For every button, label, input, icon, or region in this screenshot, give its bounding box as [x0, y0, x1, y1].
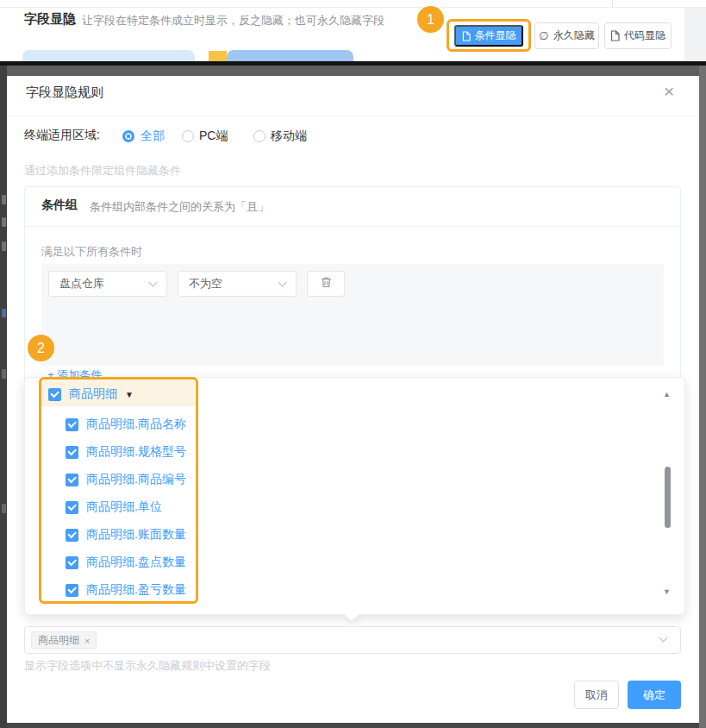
annotation-step-1: 1 — [417, 6, 444, 33]
condition-group-title: 条件组 — [41, 198, 78, 213]
condition-group-divider — [25, 226, 680, 227]
screen: 字段显隐 让字段在特定条件成立时显示，反之隐藏；也可永久隐藏字段 ∅ 永久隐藏 … — [0, 0, 706, 728]
mask-band-top — [0, 66, 706, 76]
permanent-hide-button[interactable]: ∅ 永久隐藏 — [534, 22, 599, 49]
top-divider — [612, 0, 613, 7]
mask-strip-left — [0, 66, 7, 728]
selected-field-tag[interactable]: 商品明细 × — [31, 631, 97, 650]
page-title: 字段显隐 — [24, 11, 76, 28]
document-icon — [610, 30, 620, 41]
chevron-down-icon — [149, 278, 158, 286]
cancel-button[interactable]: 取消 — [574, 681, 619, 709]
modal-title: 字段显隐规则 — [26, 85, 103, 101]
radio-mobile[interactable] — [253, 130, 266, 142]
condition-group-subtitle: 条件组内部条件之间的关系为「且」 — [90, 199, 269, 215]
delete-condition-button[interactable] — [307, 271, 345, 297]
top-hairline — [0, 7, 706, 8]
condition-field-select[interactable]: 盘点仓库 — [48, 271, 167, 297]
annotation-step-2: 2 — [28, 335, 54, 361]
radio-mobile-label[interactable]: 移动端 — [271, 129, 307, 144]
code-hide-button[interactable]: 代码显隐 — [604, 22, 672, 49]
background-field-pill — [22, 50, 195, 62]
close-icon[interactable]: × — [664, 81, 674, 102]
terminal-scope-label: 终端适用区域: — [24, 128, 100, 143]
permanent-hide-label: 永久隐藏 — [553, 28, 595, 43]
document-icon — [462, 31, 471, 41]
scrollbar-thumb[interactable] — [665, 467, 671, 528]
page-subtitle: 让字段在特定条件成立时显示，反之隐藏；也可永久隐藏字段 — [82, 13, 384, 28]
condition-hint: 通过添加条件限定组件隐藏条件 — [24, 163, 181, 179]
chevron-down-icon — [278, 278, 287, 286]
mask-strip-bottom — [7, 723, 699, 728]
radio-all-label[interactable]: 全部 — [141, 129, 165, 144]
code-hide-label: 代码显隐 — [624, 28, 665, 43]
display-field-select[interactable] — [24, 626, 681, 654]
mask-strip-right — [699, 66, 706, 728]
radio-all[interactable] — [122, 130, 134, 142]
selected-field-label: 商品明细 — [38, 633, 79, 648]
confirm-button[interactable]: 确定 — [628, 681, 681, 709]
annotation-box-2 — [39, 377, 198, 604]
display-field-helper: 显示字段选项中不显示永久隐藏规则中设置的字段 — [24, 658, 271, 674]
radio-pc[interactable] — [182, 130, 194, 142]
scroll-down-icon[interactable]: ▼ — [663, 587, 671, 596]
background-field-pill — [227, 50, 353, 62]
trash-icon — [321, 276, 332, 292]
eye-off-icon: ∅ — [539, 29, 548, 42]
condition-operator-value: 不为空 — [189, 276, 279, 292]
modal-title-divider — [7, 116, 699, 116]
scroll-up-icon[interactable]: ▲ — [663, 390, 671, 399]
condition-field-value: 盘点仓库 — [59, 276, 150, 292]
when-all-conditions-label: 满足以下所有条件时 — [41, 244, 142, 260]
condition-hide-label: 条件显隐 — [475, 28, 516, 43]
radio-pc-label[interactable]: PC端 — [199, 129, 228, 144]
header-corner — [684, 8, 706, 61]
condition-operator-select[interactable]: 不为空 — [178, 271, 297, 297]
tag-close-icon[interactable]: × — [84, 636, 90, 646]
condition-hide-button[interactable]: 条件显隐 — [454, 25, 523, 47]
